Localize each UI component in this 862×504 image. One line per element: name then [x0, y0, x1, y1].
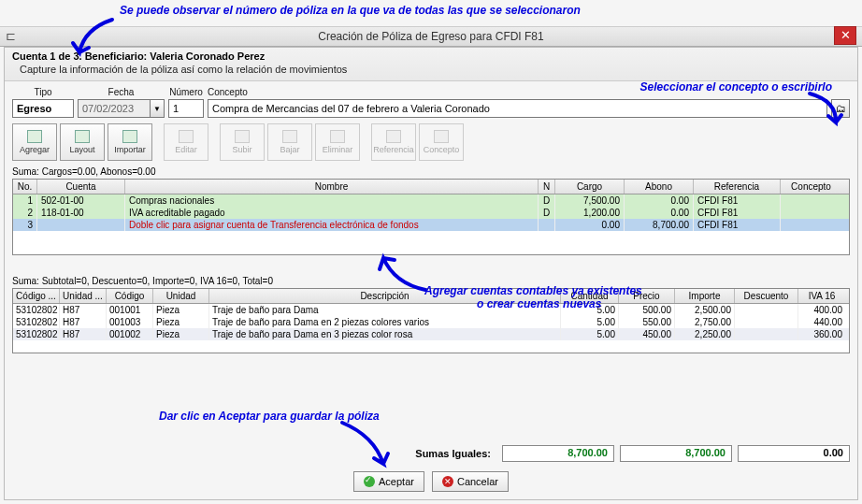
number-input[interactable]	[168, 99, 204, 118]
total-abonos: 8,700.00	[620, 445, 732, 462]
down-button: Bajar	[267, 123, 312, 161]
layout-icon	[75, 130, 90, 143]
type-input[interactable]	[12, 99, 74, 118]
accounts-grid-header: No. Cuenta Nombre N Cargo Abono Referenc…	[13, 180, 849, 194]
toolbar: Agregar Layout Importar Editar Subir Baj…	[5, 120, 857, 165]
accounts-grid[interactable]: No. Cuenta Nombre N Cargo Abono Referenc…	[12, 179, 850, 255]
arrow-icon	[337, 419, 396, 473]
totals-row: Sumas Iguales: 8,700.00 8,700.00 0.00	[12, 445, 850, 462]
summary-accounts: Suma: Cargos=0.00, Abonos=0.00	[5, 165, 857, 179]
concept-input[interactable]	[208, 99, 827, 118]
concept-icon	[434, 130, 449, 143]
table-row[interactable]: 53102802H87001001PiezaTraje de baño para…	[13, 304, 849, 316]
up-icon	[235, 130, 250, 143]
delete-icon	[330, 130, 345, 143]
down-icon	[282, 130, 297, 143]
import-icon	[122, 130, 137, 143]
accept-button[interactable]: Aceptar	[353, 471, 424, 492]
date-label: Fecha	[78, 87, 165, 99]
reference-icon	[386, 130, 401, 143]
table-row[interactable]: 53102802H87001003PiezaTraje de baño para…	[13, 316, 849, 328]
concept-button: Concepto	[419, 123, 464, 161]
window-title: Creación de Póliza de Egreso para CFDI F…	[6, 30, 856, 43]
annotation-top: Se puede observar el número de póliza en…	[120, 4, 581, 17]
total-diff: 0.00	[738, 445, 850, 462]
add-icon	[27, 130, 42, 143]
check-icon	[364, 476, 375, 487]
layout-button[interactable]: Layout	[60, 123, 105, 161]
details-grid[interactable]: Código ... Unidad ... Código Unidad Desc…	[12, 288, 850, 353]
totals-label: Sumas Iguales:	[415, 448, 491, 459]
table-row[interactable]: 1502-01-00Compras nacionalesD7,500.000.0…	[13, 194, 849, 207]
annotation-mid2: o crear cuentas nuevas	[477, 297, 601, 310]
annotation-bottom: Dar clic en Aceptar para guardar la póli…	[159, 410, 380, 423]
total-cargos: 8,700.00	[502, 445, 614, 462]
edit-button: Editar	[164, 123, 208, 161]
number-field: Número	[168, 87, 204, 118]
titlebar: Creación de Póliza de Egreso para CFDI F…	[0, 26, 862, 47]
subheader: Cuenta 1 de 3. Beneficiario: Valeria Cor…	[5, 48, 857, 81]
import-button[interactable]: Importar	[108, 123, 152, 161]
table-row[interactable]: 3Doble clic para asignar cuenta de Trans…	[13, 219, 849, 231]
up-button: Subir	[220, 123, 265, 161]
table-row[interactable]: 2118-01-00IVA acreditable pagadoD1,200.0…	[13, 207, 849, 219]
cancel-button[interactable]: ✕Cancelar	[432, 471, 509, 492]
type-label: Tipo	[12, 87, 74, 99]
back-icon[interactable]: ⊏	[6, 29, 22, 42]
edit-icon	[179, 130, 194, 143]
date-input	[78, 99, 151, 118]
delete-button: Eliminar	[315, 123, 360, 161]
table-row[interactable]: 53102802H87001002PiezaTraje de baño para…	[13, 328, 849, 340]
date-field: Fecha ▼	[78, 87, 165, 118]
date-dropdown-button[interactable]: ▼	[151, 99, 165, 118]
account-counter: Cuenta 1 de 3. Beneficiario: Valeria Cor…	[12, 50, 850, 62]
number-label: Número	[168, 87, 204, 99]
close-button[interactable]: ✕	[834, 26, 856, 45]
type-field: Tipo	[12, 87, 74, 118]
instructions-text: Capture la información de la póliza así …	[12, 62, 850, 78]
add-button[interactable]: Agregar	[12, 123, 57, 161]
annotation-right: Seleccionar el concepto o escribirlo	[640, 80, 832, 94]
reference-button: Referencia	[371, 123, 416, 161]
annotation-mid1: Agregar cuentas contables ya existentes	[424, 284, 642, 297]
arrow-icon	[804, 90, 845, 131]
arrow-icon	[65, 15, 120, 60]
close-icon: ✕	[442, 476, 453, 487]
